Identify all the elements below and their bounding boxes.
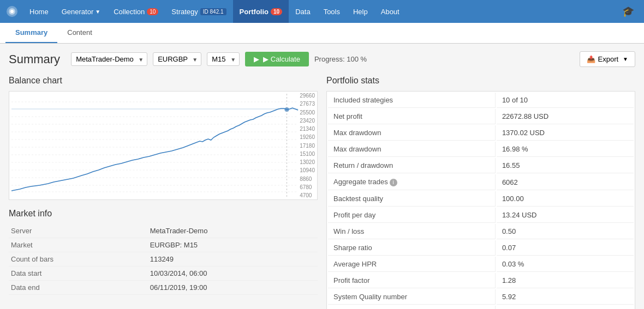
stats-row: Win / loss0.50 [328, 224, 634, 239]
stats-value: 12 [497, 306, 634, 309]
market-info-value: MetaTrader-Demo [148, 224, 318, 238]
market-info-value: 06/11/2019, 19:00 [148, 281, 318, 295]
top-navigation: Home Generator ▼ Collection 10 Strategy … [0, 0, 644, 23]
nav-tools[interactable]: Tools [317, 0, 347, 23]
stats-row: Net profit22672.88 USD [328, 109, 634, 124]
portfolio-badge: 10 [271, 8, 282, 15]
market-info-row: ServerMetaTrader-Demo [9, 224, 318, 238]
portfolio-stats-table: Included strategies10 of 10Net profit226… [326, 91, 635, 309]
stats-value: 10 of 10 [497, 93, 634, 108]
nav-collection[interactable]: Collection 10 [107, 0, 165, 23]
strategy-id-badge: ID 842.1 [200, 8, 226, 15]
stats-label: Net profit [328, 109, 496, 124]
stats-value: 0.07 [497, 240, 634, 256]
stats-label: Included strategies [328, 93, 496, 108]
nav-data[interactable]: Data [289, 0, 317, 23]
portfolio-stats-title: Portfolio stats [326, 76, 635, 86]
pair-select[interactable]: EURGBP EURUSD GBPUSD [153, 52, 201, 66]
nav-about[interactable]: About [374, 0, 406, 23]
collection-badge: 10 [147, 8, 158, 15]
calculate-button[interactable]: ▶ ▶ Calculate [245, 52, 309, 66]
export-icon: 📤 [587, 55, 595, 63]
stats-row: System Quality number5.92 [328, 289, 634, 305]
stats-value: 16.98 % [497, 142, 634, 157]
stats-row: Profit factor1.28 [328, 273, 634, 288]
stats-label: System Quality number [328, 289, 496, 305]
stats-row: Max drawdown16.98 % [328, 142, 634, 157]
stats-row: Max consecutive losses12 [328, 306, 634, 309]
nav-help[interactable]: Help [347, 0, 374, 23]
stats-value: 6062 [497, 174, 634, 190]
broker-select[interactable]: MetaTrader-Demo MetaTrader-Live [71, 52, 147, 66]
stats-value: 5.92 [497, 289, 634, 305]
market-info-value: EURGBP: M15 [148, 238, 318, 252]
balance-chart-title: Balance chart [9, 76, 318, 86]
nav-strategy[interactable]: Strategy ID 842.1 [165, 0, 232, 23]
stats-value: 0.50 [497, 224, 634, 239]
stats-value: 16.55 [497, 158, 634, 173]
app-logo [4, 4, 20, 19]
stats-row: Average HPR0.03 % [328, 257, 634, 272]
page-title: Summary [9, 52, 60, 66]
market-info-label: Count of bars [9, 252, 148, 266]
export-button[interactable]: 📤 Export ▼ [580, 51, 635, 67]
stats-value: 22672.88 USD [497, 109, 634, 124]
tab-bar: Summary Content [0, 23, 644, 44]
tab-content[interactable]: Content [57, 23, 102, 43]
stats-row: Sharpe ratio0.07 [328, 240, 634, 256]
balance-chart: 29660 27673 25500 23420 21340 19260 1718… [9, 91, 318, 200]
nav-generator[interactable]: Generator ▼ [55, 0, 107, 23]
balance-chart-svg [11, 94, 315, 197]
market-info-row: Count of bars113249 [9, 252, 318, 266]
stats-value: 100.00 [497, 191, 634, 207]
stats-label: Max drawdown [328, 142, 496, 157]
play-icon: ▶ [254, 55, 259, 63]
export-chevron-icon: ▼ [623, 56, 628, 62]
stats-label: Backtest quality [328, 191, 496, 207]
stats-label: Aggregate tradesi [328, 174, 496, 190]
timeframe-select[interactable]: M15 M5 H1 [207, 52, 240, 66]
left-column: Balance chart [9, 76, 318, 309]
market-info-value: 113249 [148, 252, 318, 266]
stats-row: Return / drawdown16.55 [328, 158, 634, 173]
main-content: Summary MetaTrader-Demo MetaTrader-Live … [0, 44, 644, 309]
tab-summary[interactable]: Summary [5, 23, 57, 43]
market-info-label: Server [9, 224, 148, 238]
pair-select-wrapper: EURGBP EURUSD GBPUSD [153, 52, 201, 66]
two-column-layout: Balance chart [9, 76, 635, 309]
stats-label: Profit per day [328, 208, 496, 223]
broker-select-wrapper: MetaTrader-Demo MetaTrader-Live [71, 52, 147, 66]
right-column: Portfolio stats Included strategies10 of… [326, 76, 635, 309]
market-info-section: Market info ServerMetaTrader-DemoMarketE… [9, 209, 318, 295]
graduation-cap-icon[interactable]: 🎓 [617, 5, 640, 17]
svg-point-2 [10, 10, 14, 13]
stats-label: Average HPR [328, 257, 496, 272]
progress-text: Progress: 100 % [314, 55, 367, 63]
stats-value: 0.03 % [497, 257, 634, 272]
chevron-down-icon: ▼ [95, 9, 100, 15]
stats-label: Max drawdown [328, 125, 496, 141]
market-info-value: 10/03/2014, 06:00 [148, 266, 318, 281]
market-info-row: MarketEURGBP: M15 [9, 238, 318, 252]
market-info-label: Market [9, 238, 148, 252]
info-icon[interactable]: i [390, 179, 397, 186]
stats-value: 1.28 [497, 273, 634, 288]
market-info-label: Data start [9, 266, 148, 281]
nav-portfolio[interactable]: Portfolio 10 [233, 0, 289, 23]
stats-value: 1370.02 USD [497, 125, 634, 141]
stats-row: Aggregate tradesi6062 [328, 174, 634, 190]
summary-header: Summary MetaTrader-Demo MetaTrader-Live … [9, 51, 635, 67]
market-info-row: Data end06/11/2019, 19:00 [9, 281, 318, 295]
stats-label: Max consecutive losses [328, 306, 496, 309]
stats-row: Max drawdown1370.02 USD [328, 125, 634, 141]
nav-home[interactable]: Home [23, 0, 55, 23]
stats-label: Sharpe ratio [328, 240, 496, 256]
market-info-label: Data end [9, 281, 148, 295]
chart-y-axis: 29660 27673 25500 23420 21340 19260 1718… [300, 92, 315, 199]
stats-label: Win / loss [328, 224, 496, 239]
stats-row: Profit per day13.24 USD [328, 208, 634, 223]
timeframe-select-wrapper: M15 M5 H1 [207, 52, 240, 66]
market-info-title: Market info [9, 209, 318, 219]
stats-row: Included strategies10 of 10 [328, 93, 634, 108]
market-info-row: Data start10/03/2014, 06:00 [9, 266, 318, 281]
